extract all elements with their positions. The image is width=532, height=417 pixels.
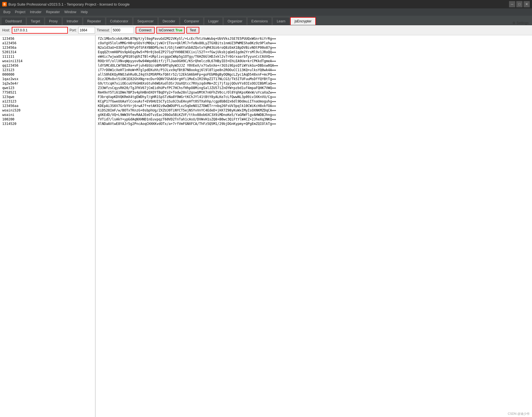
minimize-button[interactable]: ─: [509, 1, 515, 7]
tab-target[interactable]: Target: [27, 17, 44, 25]
tab-collaborator[interactable]: Collaborator: [106, 17, 133, 25]
isconnect-value: True: [175, 28, 182, 32]
test-button[interactable]: Test: [186, 27, 199, 34]
menubar: BurpProjectIntruderRepeaterWindowHelp: [0, 8, 532, 16]
right-list-item: Z33WfzsCqysRH20/TgJFKV67jCmEidhUPxfPC7HC…: [97, 86, 530, 90]
right-list-item: gXKEdD/VQ+L9WW3VfmvRAAJEeOTvzEac20bOa5Bi…: [97, 113, 530, 117]
tab-learn[interactable]: Learn: [272, 17, 290, 25]
maximize-button[interactable]: □: [516, 1, 522, 7]
burp-logo: B: [2, 2, 7, 6]
settings-tab[interactable]: ⚙ Settings: [510, 21, 531, 25]
left-list-item: qq123456: [2, 63, 93, 68]
close-button[interactable]: ✕: [524, 1, 530, 7]
menu-item-5[interactable]: Help: [78, 9, 90, 15]
right-list-item: allS0hEKQyRNOJahRu0LZ4qthIMSRPRxfQ6tr52/…: [97, 72, 530, 77]
left-list-item: woaini520: [2, 108, 93, 113]
left-list-item: qwe123: [2, 86, 93, 90]
right-list-item: N2a1d3aU+O3OfqVfKFyOfSFAYBBDPb/mct/G5jte…: [97, 45, 530, 50]
left-list-item: 1314520: [2, 122, 93, 126]
left-list-item: woaini1314: [2, 59, 93, 63]
titlebar: B Burp Suite Professional v2023.5.1 - Te…: [0, 0, 532, 8]
tab-logger[interactable]: Logger: [204, 17, 223, 25]
menu-item-1[interactable]: Project: [13, 9, 27, 15]
port-input[interactable]: [78, 27, 95, 34]
right-list-item: iT7rDOW1cXeHT1nHoW+M7glpdEKuhh/P3JLvx9qf…: [97, 68, 530, 72]
right-list-item: fVTid7/lsAkY+ypGdAqNXHND1nEuvpqzT60VD2Tn…: [97, 117, 530, 122]
right-list-item: G9/ttcqH7xiiOEcuGYkGH8XsGtuh6WbXudlOSrJU…: [97, 81, 530, 86]
tabbar: Dashboard Target Proxy Intruder Repeater…: [0, 16, 532, 25]
left-panel: 123456a123456123456a5201314111111woaini1…: [0, 35, 95, 417]
menu-item-0[interactable]: Burp: [1, 9, 13, 15]
right-list-item: KiDS28ImF/w/BOTxTKnzG+0sbphUg/ZXZUJ0TiNY…: [97, 108, 530, 113]
right-list-item: cOaYgV5lolxMMGrH0+pSOsYcM0Qx/jvWJrITov+Q…: [97, 41, 530, 45]
right-list-item: KDEpAi3S6V7GrbYVrj6rwA7f+etAK92z0wQWDUPY…: [97, 104, 530, 108]
right-list-item: KCgP17fGweUUAaYlCceuAsf+EV6HUISCTy1Su9J3…: [97, 99, 530, 104]
tab-comparer[interactable]: Comparer: [180, 17, 203, 25]
left-list-item: 123456: [2, 36, 93, 41]
right-list-item: ROQrXf/ollXNvqWpyyov0w94Wqo6Bitf/jTlJaoO…: [97, 59, 530, 63]
right-list-item: Rm49xY5Ti61DWe7BP3v4phHBnOXOYfBqDYy2+Tod…: [97, 90, 530, 95]
left-list-item: 100200: [2, 117, 93, 122]
toolbar: Host: Port: Timeout: Connect IsConnect: …: [0, 25, 532, 35]
left-list-item: 000000: [2, 72, 93, 77]
right-list-item: F3brqVapKDVQKRmX4tgEWDhy7/gHR1SpSTzNa8Y9…: [97, 95, 530, 99]
right-list-item: XlNDaAVtwE8YAJr5g2PncAoqCHXKKvdOTx/a+7rf…: [97, 122, 530, 126]
tab-jsencrypter[interactable]: jsEncrypter: [290, 17, 316, 25]
right-list-item: ldYSMCdOLCWfB8Z9a+vFjuh4bSU/oBMV6MTq9yW3…: [97, 63, 530, 68]
left-list-item: 5201314: [2, 50, 93, 54]
left-list-item: 123qwe: [2, 95, 93, 99]
isconnect-label: IsConnect:: [159, 28, 175, 32]
menu-item-4[interactable]: Window: [62, 9, 78, 15]
right-list-item: eW4ic7wjwaOCgP018tqUhITBl+URplivcggaCWAp…: [97, 54, 530, 59]
isconnect-badge: IsConnect: True: [156, 27, 185, 34]
left-list-item: a123123: [2, 99, 93, 104]
tab-sequencer[interactable]: Sequencer: [133, 17, 158, 25]
tab-dashboard[interactable]: Dashboard: [1, 17, 26, 25]
left-list-item: 123123: [2, 68, 93, 72]
left-list-item: 1qaz2wsx: [2, 77, 93, 81]
left-list-item: woaini: [2, 113, 93, 117]
left-list-item: a123456: [2, 41, 93, 45]
left-list-item: 1q2w3e4r: [2, 81, 93, 86]
menu-item-2[interactable]: Intruder: [28, 9, 44, 15]
right-list-item: fZc1Mbx5cxkAz0KLBTNpY/yl9agPavuGd2M22VKy…: [97, 36, 530, 41]
left-list-item: 123456aa: [2, 104, 93, 108]
menu-item-3[interactable]: Repeater: [44, 9, 62, 15]
left-list-item: 7758521: [2, 90, 93, 95]
host-input[interactable]: [12, 27, 68, 34]
timeout-input[interactable]: [112, 27, 134, 34]
right-panel: fZc1Mbx5cxkAz0KLBTNpY/yl9agPavuGd2M22VKy…: [96, 35, 532, 417]
watermark: CSDN @迪少作: [508, 412, 530, 416]
right-list-item: EqqQZtnmH8PUs9pkEqy0w5+P0r0jboEZP271qYYH…: [97, 50, 530, 54]
left-list-item: 111111: [2, 54, 93, 59]
left-list-item: 123456a: [2, 45, 93, 50]
main-content: 123456a123456123456a5201314111111woaini1…: [0, 35, 532, 417]
tab-proxy[interactable]: Proxy: [45, 17, 62, 25]
tab-organizer[interactable]: Organizer: [223, 17, 247, 25]
titlebar-controls: ─ □ ✕: [509, 1, 530, 7]
titlebar-title: Burp Suite Professional v2023.5.1 - Temp…: [8, 2, 130, 6]
connect-button[interactable]: Connect: [136, 27, 155, 34]
right-list-item: DizJEMx8xt5iOK1E82GhXNgrecDurOQNV7GhAS6r…: [97, 77, 530, 81]
host-label: Host:: [2, 28, 10, 32]
titlebar-left: B Burp Suite Professional v2023.5.1 - Te…: [2, 2, 130, 6]
tab-extensions[interactable]: Extensions: [247, 17, 272, 25]
tab-repeater[interactable]: Repeater: [83, 17, 105, 25]
tab-intruder[interactable]: Intruder: [63, 17, 82, 25]
tab-decoder[interactable]: Decoder: [158, 17, 179, 25]
timeout-label: Timeout:: [97, 28, 110, 32]
port-label: Port:: [70, 28, 77, 32]
